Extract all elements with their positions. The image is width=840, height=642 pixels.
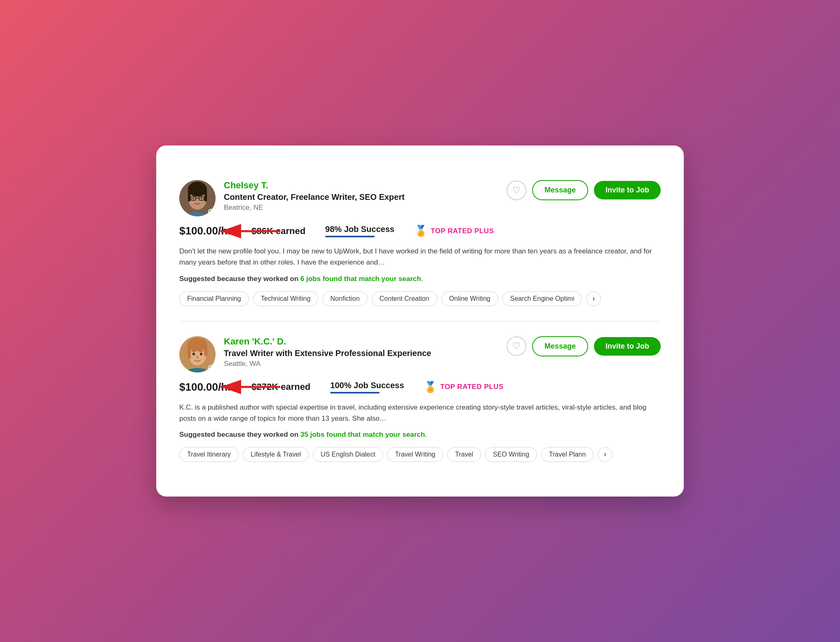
tag-0-chelsey[interactable]: Financial Planning [179,291,249,306]
svg-rect-16 [204,344,207,356]
chevron-right-icon-karen: › [604,450,606,459]
online-indicator-chelsey [208,209,214,215]
red-arrow-chelsey [216,222,282,240]
tags-row-chelsey: Financial Planning Technical Writing Non… [179,291,661,306]
svg-point-2 [188,182,207,197]
svg-point-18 [200,352,202,355]
name-chelsey: Chelsey T. [224,180,498,191]
tag-2-chelsey[interactable]: Nonfiction [322,291,367,306]
svg-point-17 [192,352,195,355]
top-rated-chelsey: 🏅 TOP RATED PLUS [414,225,494,237]
online-indicator-karen [208,365,214,371]
stats-row-chelsey: $100.00/hr $86K earned 98% Job Success � [179,225,661,237]
tag-4-chelsey[interactable]: Online Writing [441,291,498,306]
freelancer-chelsey: Chelsey T. Content Creator, Freelance Wr… [179,165,661,321]
heart-button-karen[interactable]: ♡ [507,336,526,356]
top-rated-karen: 🏅 TOP RATED PLUS [424,381,503,394]
tag-5-karen[interactable]: SEO Writing [485,447,537,462]
invite-button-karen[interactable]: Invite to Job [594,337,661,356]
job-success-bar-karen [330,392,380,394]
freelancer-karen: Karen 'K.C.' D. Travel Writer with Exten… [179,321,661,477]
svg-rect-3 [188,189,190,202]
suggested-text-karen: Suggested because they worked on [179,431,298,438]
tag-4-karen[interactable]: Travel [447,447,481,462]
heart-button-chelsey[interactable]: ♡ [507,180,526,200]
tags-more-chelsey[interactable]: › [586,291,601,306]
main-card: Chelsey T. Content Creator, Freelance Wr… [156,145,684,497]
location-karen: Seattle, WA [224,360,498,368]
svg-point-9 [201,197,202,199]
location-chelsey: Beatrice, NE [224,204,498,212]
suggested-chelsey: Suggested because they worked on 6 jobs … [179,275,661,283]
tag-2-karen[interactable]: US English Dialect [313,447,383,462]
tag-1-chelsey[interactable]: Technical Writing [253,291,319,306]
actions-karen: ♡ Message Invite to Job [507,336,661,356]
tags-row-karen: Travel Itinerary Lifestyle & Travel US E… [179,447,661,462]
chevron-right-icon-chelsey: › [592,294,595,303]
svg-point-8 [192,197,194,199]
tag-3-karen[interactable]: Travel Writing [387,447,443,462]
tag-0-karen[interactable]: Travel Itinerary [179,447,239,462]
message-button-chelsey[interactable]: Message [532,180,588,200]
suggested-karen: Suggested because they worked on 35 jobs… [179,431,661,439]
stats-row-karen: $100.00/hr $272K earned 100% Job Success [179,381,661,394]
badge-icon-chelsey: 🏅 [414,225,427,237]
job-success-karen: 100% Job Success [330,381,404,394]
tag-6-karen[interactable]: Travel Plann [541,447,594,462]
invite-button-chelsey[interactable]: Invite to Job [594,181,661,199]
avatar-karen [179,336,216,373]
svg-rect-4 [204,189,207,202]
info-karen: Karen 'K.C.' D. Travel Writer with Exten… [224,336,498,368]
info-chelsey: Chelsey T. Content Creator, Freelance Wr… [224,180,498,212]
name-karen: Karen 'K.C.' D. [224,336,498,347]
red-arrow-karen [216,378,282,396]
job-success-chelsey: 98% Job Success [325,225,394,237]
suggested-link-karen[interactable]: 35 jobs found that match your search [300,431,425,438]
heart-icon-karen: ♡ [512,341,521,351]
message-button-karen[interactable]: Message [532,336,588,356]
avatar-chelsey [179,180,216,216]
job-success-bar-chelsey [325,236,375,237]
tags-more-karen[interactable]: › [598,447,612,462]
description-chelsey: Don't let the new profile fool you. I ma… [179,246,661,268]
badge-label-karen: TOP RATED PLUS [440,383,503,391]
actions-chelsey: ♡ Message Invite to Job [507,180,661,200]
description-karen: K.C. is a published author with special … [179,402,661,424]
title-chelsey: Content Creator, Freelance Writer, SEO E… [224,192,498,202]
title-karen: Travel Writer with Extensive Professiona… [224,349,498,358]
badge-label-chelsey: TOP RATED PLUS [431,227,494,235]
badge-icon-karen: 🏅 [424,381,437,394]
svg-rect-15 [188,344,191,359]
tag-5-chelsey[interactable]: Search Engine Optimi [502,291,582,306]
tag-3-chelsey[interactable]: Content Creation [372,291,437,306]
suggested-link-chelsey[interactable]: 6 jobs found that match your search [300,275,421,283]
suggested-text-chelsey: Suggested because they worked on [179,275,298,283]
heart-icon-chelsey: ♡ [512,185,521,196]
tag-1-karen[interactable]: Lifestyle & Travel [243,447,309,462]
